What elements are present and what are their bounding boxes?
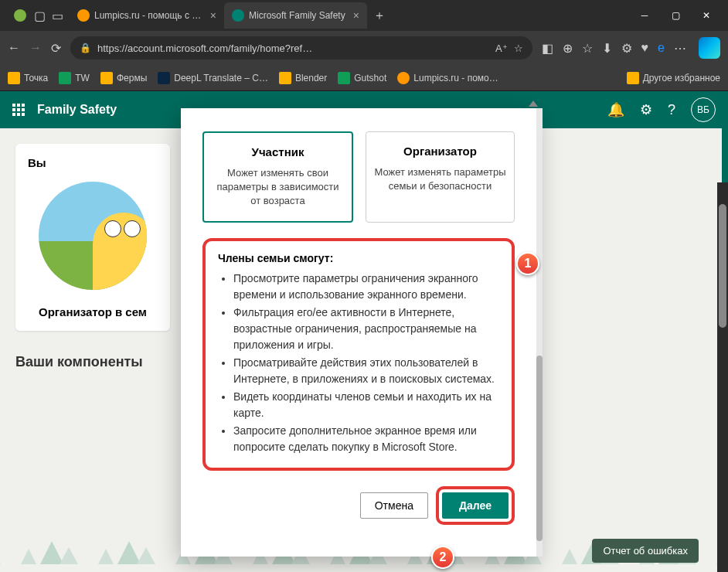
tab-label: Lumpics.ru - помощь с компьют	[94, 10, 202, 21]
info-item: Фильтрация его/ее активности в Интернете…	[233, 305, 499, 353]
split-icon[interactable]: ◧	[542, 41, 553, 56]
user-avatar[interactable]: ВБ	[691, 97, 716, 122]
titlebar: ▢ ▭ Lumpics.ru - помощь с компьют × Micr…	[0, 0, 728, 31]
help-icon[interactable]: ?	[668, 102, 675, 118]
forward-button[interactable]: →	[29, 41, 42, 55]
workspaces-icon[interactable]: ▢	[34, 9, 46, 23]
menu-icon[interactable]: ⋯	[674, 41, 686, 56]
tab-label: Microsoft Family Safety	[249, 10, 345, 21]
ie-mode-icon[interactable]: e	[658, 41, 665, 55]
refresh-button[interactable]: ⟳	[51, 41, 61, 56]
workspace-tab[interactable]	[6, 2, 34, 29]
bookmark-gutshot[interactable]: Gutshot	[338, 72, 386, 84]
modal-scrollbar[interactable]	[536, 108, 543, 557]
bookmark-tochka[interactable]: Точка	[8, 72, 48, 84]
info-title: Члены семьи смогут:	[218, 252, 499, 264]
you-card: Вы Организатор в сем	[15, 144, 170, 331]
favicon-icon	[77, 9, 90, 22]
back-button[interactable]: ←	[8, 41, 20, 55]
downloads-icon[interactable]: ⬇	[602, 41, 612, 56]
bookmark-lumpics[interactable]: Lumpics.ru - помо…	[397, 72, 498, 84]
waffle-icon[interactable]	[12, 104, 25, 116]
next-highlight: Далее	[436, 486, 515, 525]
app-title: Family Safety	[37, 103, 117, 117]
role-desc: Может изменять параметры семьи и безопас…	[374, 165, 506, 193]
card-title: Вы	[28, 156, 158, 169]
bookmark-fermy[interactable]: Фермы	[100, 72, 147, 84]
role-desc: Может изменять свои параметры в зависимо…	[212, 166, 344, 209]
info-item: Просмотрите параметры ограничения экранн…	[233, 271, 499, 303]
bookmark-other[interactable]: Другое избранное	[627, 72, 720, 84]
role-title: Организатор	[374, 145, 506, 158]
bookmark-blender[interactable]: Blender	[279, 72, 327, 84]
permissions-info: Члены семьи смогут: Просмотрите параметр…	[202, 238, 515, 471]
favorite-icon[interactable]: ☆	[514, 43, 523, 54]
role-title: Участник	[212, 145, 344, 158]
callout-1: 1	[516, 252, 539, 275]
bookmark-tw[interactable]: TW	[59, 72, 90, 84]
page-scrollbar[interactable]	[717, 182, 728, 572]
add-member-modal: Участник Может изменять свои параметры в…	[181, 108, 536, 557]
vertical-tabs-icon[interactable]: ▭	[52, 9, 63, 23]
extensions-icon[interactable]: ⚙	[621, 41, 632, 56]
maximize-button[interactable]: ▢	[668, 10, 683, 21]
reader-icon[interactable]: A⁺	[495, 43, 508, 54]
url-bar[interactable]: 🔒 https://account.microsoft.com/family/h…	[70, 36, 532, 60]
toolbar: ← → ⟳ 🔒 https://account.microsoft.com/fa…	[0, 31, 728, 65]
copilot-button[interactable]	[699, 37, 720, 59]
cancel-button[interactable]: Отмена	[360, 492, 428, 519]
info-list: Просмотрите параметры ограничения экранн…	[218, 271, 499, 455]
new-tab-button[interactable]: ＋	[373, 8, 386, 24]
role-organizer-card[interactable]: Организатор Может изменять параметры сем…	[366, 131, 515, 223]
bookmark-deepl[interactable]: DeepL Translate – С…	[158, 72, 268, 84]
url-text: https://account.microsoft.com/family/hom…	[97, 43, 489, 54]
minimize-button[interactable]: ─	[637, 10, 652, 21]
performance-icon[interactable]: ♥	[641, 41, 649, 55]
close-button[interactable]: ✕	[699, 10, 714, 21]
lock-icon: 🔒	[80, 43, 91, 53]
info-item: Запросите дополнительное экранное время …	[233, 423, 499, 455]
callout-2: 2	[431, 546, 454, 569]
bookmarks-bar: Точка TW Фермы DeepL Translate – С… Blen…	[0, 65, 728, 91]
collections-icon[interactable]: ⊕	[563, 41, 573, 56]
settings-icon[interactable]: ⚙	[640, 101, 652, 118]
tab-lumpics[interactable]: Lumpics.ru - помощь с компьют ×	[70, 2, 224, 29]
browser-window: ▢ ▭ Lumpics.ru - помощь с компьют × Micr…	[0, 0, 728, 572]
report-button[interactable]: Отчет об ошибках	[592, 539, 699, 563]
close-icon[interactable]: ×	[353, 9, 359, 22]
tab-family-safety[interactable]: Microsoft Family Safety ×	[224, 2, 367, 29]
role-label: Организатор в сем	[28, 305, 158, 318]
favorites-icon[interactable]: ☆	[582, 41, 593, 56]
favicon-icon	[232, 9, 244, 22]
next-button[interactable]: Далее	[442, 492, 509, 519]
role-member-card[interactable]: Участник Может изменять свои параметры в…	[202, 131, 353, 223]
scroll-up-icon[interactable]	[529, 100, 538, 107]
info-item: Видеть координаты членов семьи и находит…	[233, 389, 499, 421]
info-item: Просматривайте действия этих пользовател…	[233, 355, 499, 387]
notifications-icon[interactable]: 🔔	[607, 101, 624, 118]
close-icon[interactable]: ×	[210, 9, 216, 22]
profile-avatar	[39, 182, 147, 290]
